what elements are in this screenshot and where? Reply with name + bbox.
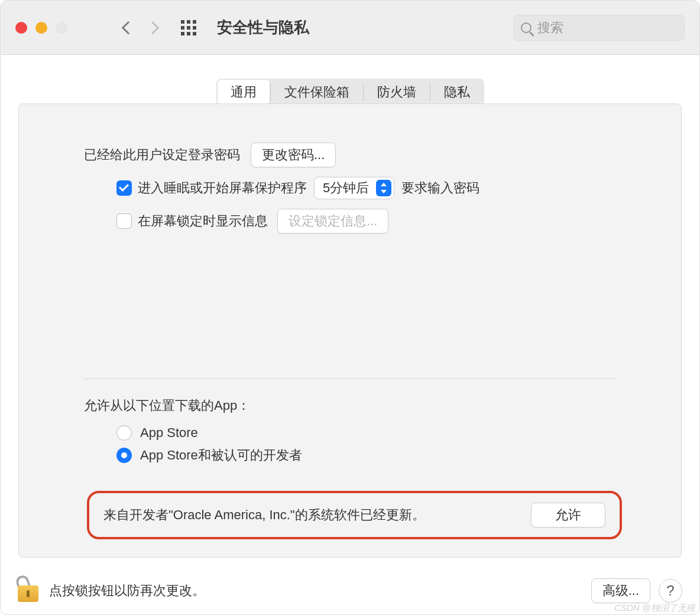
help-button[interactable]: ? (659, 579, 682, 603)
change-password-button[interactable]: 更改密码... (251, 143, 336, 167)
search-placeholder: 搜索 (537, 19, 563, 37)
search-icon (521, 22, 532, 33)
tab-privacy[interactable]: 隐私 (431, 80, 483, 105)
zoom-window-button[interactable] (56, 22, 67, 34)
search-input[interactable]: 搜索 (513, 15, 685, 41)
login-password-label: 已经给此用户设定登录密码 (84, 146, 240, 164)
radio-appstore-label: App Store (140, 425, 198, 441)
back-button[interactable] (122, 21, 135, 34)
lock-icon[interactable] (18, 574, 38, 602)
delay-value: 5分钟后 (323, 179, 369, 197)
require-password-suffix: 要求输入密码 (401, 179, 479, 197)
show-message-checkbox[interactable] (116, 213, 132, 229)
show-message-label: 在屏幕锁定时显示信息 (138, 212, 268, 230)
blocked-message: 来自开发者"Oracle America, Inc."的系统软件已经更新。 (103, 506, 531, 524)
allow-button[interactable]: 允许 (531, 503, 605, 527)
tab-firewall[interactable]: 防火墙 (364, 80, 429, 105)
window-controls (15, 22, 67, 34)
set-lock-message-button: 设定锁定信息... (277, 209, 388, 234)
forward-button (146, 21, 160, 34)
radio-appstore-developers-label: App Store和被认可的开发者 (140, 446, 302, 464)
tab-general[interactable]: 通用 (218, 80, 270, 105)
radio-appstore-developers[interactable] (116, 448, 132, 463)
window-title: 安全性与隐私 (217, 17, 309, 38)
show-all-button[interactable] (181, 20, 196, 35)
dropdown-arrows-icon (376, 180, 391, 196)
delay-dropdown[interactable]: 5分钟后 (314, 177, 394, 199)
require-password-checkbox[interactable] (116, 180, 132, 196)
require-password-prefix: 进入睡眠或开始屏幕保护程序 (138, 179, 307, 197)
close-window-button[interactable] (15, 22, 27, 34)
advanced-button[interactable]: 高级... (591, 578, 650, 603)
divider (84, 378, 616, 379)
allow-apps-heading: 允许从以下位置下载的App： (84, 397, 616, 415)
minimize-window-button[interactable] (35, 22, 47, 34)
lock-hint-text: 点按锁按钮以防再次更改。 (49, 582, 205, 600)
tabs: 通用 文件保险箱 防火墙 隐私 (216, 79, 484, 106)
blocked-software-notice: 来自开发者"Oracle America, Inc."的系统软件已经更新。 允许 (87, 491, 622, 539)
watermark: CSDN @独泪了无痕 (614, 603, 695, 614)
radio-appstore[interactable] (116, 425, 132, 441)
tab-filevault[interactable]: 文件保险箱 (271, 80, 362, 105)
